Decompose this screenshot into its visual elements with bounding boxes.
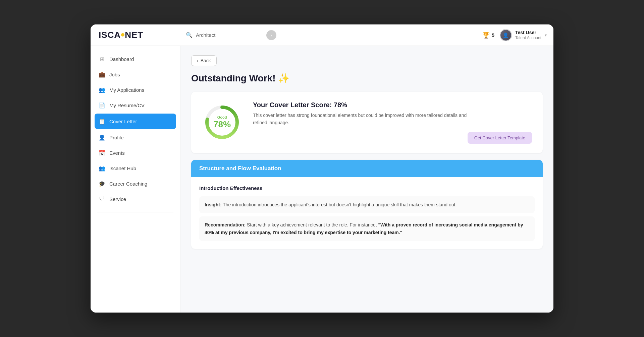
score-good-label: Good [213,115,231,119]
service-icon: 🛡 [99,196,105,202]
bell-icon: 🏆 [482,31,490,39]
jobs-icon: 💼 [99,71,105,78]
profile-icon: 👤 [99,134,105,141]
search-area: 🔍 › [180,30,482,40]
insight-text: The introduction introduces the applican… [222,202,457,207]
sidebar-label-career-coaching: Career Coaching [109,181,147,187]
sidebar-label-jobs: Jobs [109,72,120,77]
section-body: Introduction Effectiveness Insight: The … [191,177,543,249]
get-template-button[interactable]: Get Cover Letter Template [468,132,532,144]
score-gauge: Good 78% [202,102,242,142]
hub-icon: 👥 [99,165,105,172]
sidebar-item-profile[interactable]: 👤 Profile [91,130,180,145]
recommendation-box: Recommendation: Start with a key achieve… [199,216,535,241]
avatar: 👤 [500,29,512,41]
sidebar: ⊞ Dashboard 💼 Jobs 👥 My Applications 📄 M… [91,46,180,313]
top-bar: ISCANET 🔍 › 🏆 5 👤 Test User Talent Accou… [91,24,553,46]
user-area[interactable]: 👤 Test User Talent Account ▾ [500,29,547,41]
sidebar-item-events[interactable]: 📅 Events [91,145,180,160]
sidebar-label-cover-letter: Cover Letter [109,119,137,124]
dashboard-icon: ⊞ [99,56,105,62]
coaching-icon: 🎓 [99,180,105,187]
sparkle-icon: ✨ [278,73,290,83]
events-icon: 📅 [99,149,105,156]
sidebar-item-my-resume[interactable]: 📄 My Resume/CV [91,97,180,113]
score-center: Good 78% [213,115,231,130]
score-description: This cover letter has strong foundationa… [253,112,481,127]
subsection-title: Introduction Effectiveness [199,185,535,191]
sidebar-item-iscanet-hub[interactable]: 👥 Iscanet Hub [91,160,180,176]
notification-badge[interactable]: 🏆 5 [482,31,494,39]
cover-letter-icon: 📋 [99,118,105,125]
sidebar-divider [97,212,173,212]
sidebar-label-dashboard: Dashboard [109,56,134,62]
section-header-title: Structure and Flow Evaluation [199,165,535,172]
user-role: Talent Account [515,36,541,41]
sidebar-item-cover-letter[interactable]: 📋 Cover Letter [95,114,176,129]
sidebar-item-service[interactable]: 🛡 Service [91,191,180,207]
score-content: Your Cover Letter Score: 78% This cover … [253,101,532,144]
sidebar-label-service: Service [109,196,126,202]
main-content: ‹ Back Outstanding Work! ✨ [180,46,553,313]
search-icon: 🔍 [186,32,193,38]
sidebar-label-iscanet-hub: Iscanet Hub [109,165,136,171]
score-top-row: Your Cover Letter Score: 78% This cover … [253,101,532,127]
sidebar-label-my-resume: My Resume/CV [109,103,145,108]
search-input[interactable] [196,32,263,38]
sidebar-item-jobs[interactable]: 💼 Jobs [91,67,180,82]
user-info: Test User Talent Account [515,29,541,41]
search-arrow-button[interactable]: › [266,30,276,40]
logo-area: ISCANET [91,24,180,46]
recommendation-label: Recommendation: [205,222,246,227]
logo: ISCANET [99,30,143,40]
sidebar-item-my-applications[interactable]: 👥 My Applications [91,82,180,97]
sidebar-item-dashboard[interactable]: ⊞ Dashboard [91,51,180,67]
score-number: 78% [213,119,231,130]
sidebar-label-profile: Profile [109,135,124,140]
user-name: Test User [515,29,541,36]
main-layout: ⊞ Dashboard 💼 Jobs 👥 My Applications 📄 M… [91,46,553,313]
resume-icon: 📄 [99,102,105,109]
top-right: 🏆 5 👤 Test User Talent Account ▾ [482,29,547,41]
notification-count: 5 [492,32,494,38]
sidebar-label-my-applications: My Applications [109,87,144,93]
logo-dot [121,33,124,37]
sidebar-item-career-coaching[interactable]: 🎓 Career Coaching [91,176,180,191]
score-title: Your Cover Letter Score: 78% [253,101,532,109]
recommendation-text: Start with a key achievement relevant to… [246,222,378,227]
avatar-image: 👤 [500,29,512,41]
back-button[interactable]: ‹ Back [191,55,217,66]
chevron-down-icon: ▾ [545,33,547,38]
score-text-col: Your Cover Letter Score: 78% This cover … [253,101,532,127]
insight-box: Insight: The introduction introduces the… [199,196,535,213]
section-header: Structure and Flow Evaluation [191,160,543,177]
insight-label: Insight: [205,202,222,207]
my-applications-icon: 👥 [99,86,105,93]
score-card: Good 78% Your Cover Letter Score: 78% Th… [191,92,543,153]
sidebar-label-events: Events [109,150,125,156]
section-card: Structure and Flow Evaluation Introducti… [191,160,543,249]
page-title: Outstanding Work! ✨ [191,73,543,84]
